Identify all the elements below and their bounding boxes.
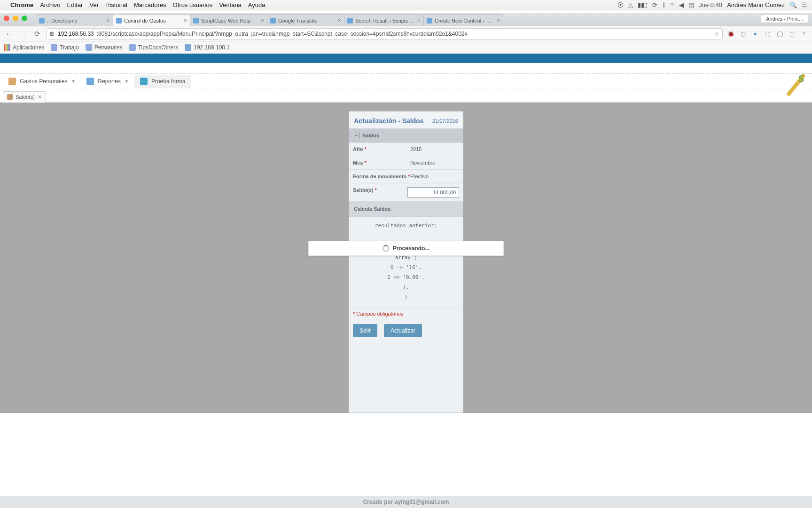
url-host: 192.168.56.33 <box>58 31 94 37</box>
page-footer: Creado por aymg01@gmail.com <box>0 496 812 508</box>
zoom-window-button[interactable] <box>22 16 27 21</box>
page: Gastos Personales ▼ Reportes ▼ Prueba fo… <box>0 54 812 508</box>
minimize-window-button[interactable] <box>13 16 18 21</box>
bookmark-icon <box>185 44 191 51</box>
ext-5-icon[interactable]: ◯ <box>775 30 784 38</box>
tab-close-icon[interactable]: × <box>497 17 500 24</box>
menu-reportes[interactable]: Reportes ▼ <box>81 75 134 88</box>
processing-label: Procesando... <box>393 245 430 252</box>
menu-icon[interactable]: ☰ <box>802 1 807 8</box>
mac-menu-archivo[interactable]: Archivo <box>40 1 60 8</box>
mac-menu-ventana[interactable]: Ventana <box>219 1 242 8</box>
chevron-down-icon: ▼ <box>125 79 129 84</box>
bookmark-item[interactable]: Trabajo <box>51 44 78 51</box>
browser-tab[interactable]: Control de Gastos× <box>113 14 190 26</box>
header-stripe <box>0 54 812 63</box>
browser-tabs: :: Developme×Control de Gastos×ScriptCas… <box>36 14 503 26</box>
close-window-button[interactable] <box>4 16 9 21</box>
timemachine-icon[interactable]: ⦿ <box>617 1 624 8</box>
ext-6-icon[interactable]: ⬚ <box>788 30 796 38</box>
wifi-icon[interactable]: ⌔ <box>671 1 674 8</box>
reload-button[interactable]: ⟳ <box>32 29 42 39</box>
mac-menu-ver[interactable]: Ver <box>89 1 99 8</box>
ext-1-icon[interactable]: 🐞 <box>726 30 735 38</box>
address-bar[interactable]: 🗎 192.168.56.33:8081/scriptcase/app/appP… <box>46 28 723 40</box>
volume-icon[interactable]: ◀ <box>679 1 684 8</box>
inner-tab-saldos[interactable]: Saldo(s) ✕ <box>3 91 46 103</box>
mac-app-name[interactable]: Chrome <box>10 1 33 8</box>
browser-tab[interactable]: Create New Content - Scri× <box>423 14 503 26</box>
close-icon[interactable]: ✕ <box>38 94 42 100</box>
ext-zoom-icon[interactable]: ● <box>751 30 759 38</box>
bookmark-label: TipsDocsOthers <box>138 44 179 51</box>
favicon-icon <box>116 18 122 24</box>
tab-close-icon[interactable]: × <box>417 17 421 24</box>
modal-overlay <box>0 103 812 413</box>
report-icon <box>86 78 94 85</box>
bookmark-label: Personales <box>94 44 123 51</box>
bookmark-icon <box>129 44 136 51</box>
tab-title: Search Result - Scriptcase <box>355 18 415 24</box>
mac-user[interactable]: Andres Marin Gomez <box>727 1 785 8</box>
money-logo-icon: $ <box>784 72 808 96</box>
bluetooth-icon[interactable]: ᛒ <box>662 1 666 8</box>
favicon-icon <box>427 18 432 24</box>
bookmark-item[interactable]: Aplicaciones <box>4 44 44 51</box>
browser-tab[interactable]: Search Result - Scriptcase× <box>344 14 424 26</box>
menu-prueba-forma[interactable]: Prueba forma <box>134 75 191 88</box>
date-icon[interactable]: ▤ <box>688 1 694 8</box>
forward-button[interactable]: → <box>18 29 28 39</box>
browser-tab[interactable]: :: Developme× <box>36 14 113 26</box>
tab-close-icon[interactable]: × <box>338 17 341 24</box>
url-rest: :8081/scriptcase/app/appPropia/MenuPrinc… <box>97 31 468 37</box>
tab-close-icon[interactable]: × <box>184 17 187 24</box>
inner-tabs: Saldo(s) ✕ <box>0 89 812 103</box>
gdrive-icon[interactable]: △ <box>628 1 633 8</box>
bookmark-item[interactable]: 192.168.100.1 <box>185 44 230 51</box>
chrome-window: :: Developme×Control de Gastos×ScriptCas… <box>0 13 812 54</box>
favicon-icon <box>347 18 353 24</box>
mac-menu-ayuda[interactable]: Ayuda <box>248 1 265 8</box>
mac-menu-historial[interactable]: Historial <box>105 1 127 8</box>
bookmark-icon <box>4 44 10 51</box>
tab-title: Control de Gastos <box>124 18 181 24</box>
page-icon: 🗎 <box>49 31 55 37</box>
bookmark-label: 192.168.100.1 <box>194 44 230 51</box>
sync-icon[interactable]: ⟳ <box>652 1 657 8</box>
profile-pill[interactable]: Andres - Princ... <box>761 15 808 23</box>
mac-clock[interactable]: Jue 0:48 <box>699 1 722 8</box>
mac-menu-editar[interactable]: Editar <box>67 1 83 8</box>
bookmark-icon <box>51 44 57 51</box>
inner-tab-label: Saldo(s) <box>16 94 35 100</box>
ext-cast-icon[interactable]: ▢ <box>739 30 747 38</box>
bookmark-label: Trabajo <box>60 44 78 51</box>
mac-menubar: Chrome Archivo Editar Ver Historial Marc… <box>0 0 812 10</box>
spotlight-icon[interactable]: 🔍 <box>789 1 797 8</box>
tab-icon <box>7 94 13 100</box>
bookmark-item[interactable]: Personales <box>86 44 123 51</box>
tab-title: ScriptCase Web Help <box>201 18 258 24</box>
bookmark-item[interactable]: TipsDocsOthers <box>129 44 179 51</box>
menu-label: Reportes <box>98 78 121 85</box>
mac-menu-marcadores[interactable]: Marcadores <box>134 1 166 8</box>
chevron-down-icon: ▼ <box>71 79 75 84</box>
chrome-menu-icon[interactable]: ≡ <box>800 30 808 38</box>
mac-menu-otros-usuarios[interactable]: Otros usuarios <box>173 1 213 8</box>
tab-title: :: Developme <box>47 18 104 24</box>
favicon-icon <box>270 18 276 24</box>
battery-icon[interactable]: ▮▮▯ <box>638 1 648 8</box>
tab-close-icon[interactable]: × <box>107 17 110 24</box>
star-icon[interactable]: ☆ <box>714 31 719 37</box>
menu-gastos-personales[interactable]: Gastos Personales ▼ <box>3 75 81 88</box>
back-button[interactable]: ← <box>4 29 14 39</box>
workspace: Actualización - Saldos 21/07/2016 − Sald… <box>0 103 812 413</box>
processing-dialog: Procesando... <box>308 241 504 256</box>
tab-title: Create New Content - Scri <box>435 18 494 24</box>
tab-title: Google Translate <box>278 18 336 24</box>
browser-tab[interactable]: ScriptCase Web Help× <box>190 14 267 26</box>
window-controls <box>4 16 27 21</box>
browser-tab[interactable]: Google Translate× <box>267 14 344 26</box>
ext-4-icon[interactable]: ⬚ <box>763 30 772 38</box>
bookmark-label: Aplicaciones <box>13 44 44 51</box>
tab-close-icon[interactable]: × <box>261 17 264 24</box>
